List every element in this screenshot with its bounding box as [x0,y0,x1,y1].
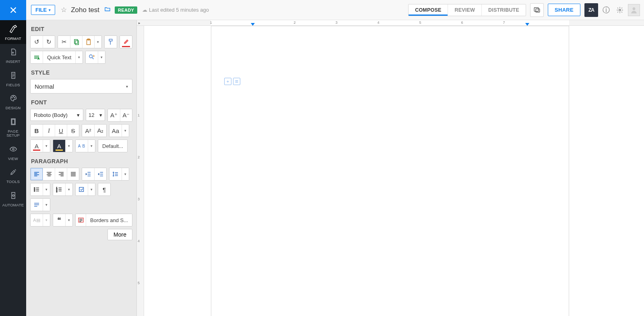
rail-tools[interactable]: TOOLS [0,164,26,187]
folder-icon[interactable] [104,6,111,14]
indent-decrease-button[interactable] [94,168,106,180]
add-block-icon[interactable]: + [224,78,231,85]
tab-distribute[interactable]: DISTRIBUTE [481,4,526,16]
bullet-list-button[interactable] [31,183,43,195]
svg-point-17 [34,187,35,188]
page[interactable]: + [211,26,569,316]
font-default-button[interactable]: Default... [98,140,127,152]
character-spacing-button[interactable]: A B [76,140,88,152]
borders-shading-button[interactable]: Borders and S... [86,214,132,226]
strikethrough-button[interactable]: S [67,125,79,137]
checklist-button[interactable] [76,183,88,195]
page-content-handles[interactable]: + [224,78,240,85]
text-direction-dropdown[interactable]: ▾ [43,199,50,211]
rail-view[interactable]: VIEW [0,141,26,164]
svg-point-18 [34,189,35,190]
rail-fields[interactable]: FIELDS [0,67,26,90]
borders-shading-icon[interactable] [76,214,86,226]
user-avatar[interactable] [628,4,640,16]
numbered-list-button[interactable]: 123 [53,183,65,195]
tab-compose[interactable]: COMPOSE [409,4,448,16]
workflow-mode-tabs: COMPOSE REVIEW DISTRIBUTE [408,4,526,16]
paragraph-shading-dropdown[interactable]: ▾ [43,214,50,226]
highlight-color-button[interactable]: A [53,140,65,152]
format-panel: EDIT ↺ ↻ ✂ ▾ [26,20,137,316]
align-center-button[interactable] [43,168,55,180]
cut-button[interactable]: ✂ [58,36,70,48]
rail-format[interactable]: FORMAT [0,20,26,44]
text-direction-button[interactable] [31,199,43,211]
blockquote-dropdown[interactable]: ▾ [65,214,72,226]
align-justify-button[interactable] [67,168,79,180]
vertical-ruler[interactable]: 1 2 3 4 5 [137,26,144,316]
indent-increase-button[interactable] [82,168,94,180]
tab-stop-icon[interactable]: ▸ [138,21,140,25]
insert-icon [9,48,17,58]
rail-page-setup[interactable]: PAGE SETUP [0,114,26,141]
quick-text-dropdown[interactable]: ▾ [75,51,83,63]
align-left-button[interactable] [31,168,43,180]
tab-review[interactable]: REVIEW [448,4,481,16]
rail-automate[interactable]: AUTOMATE [0,187,26,210]
highlight-color-dropdown[interactable]: ▾ [65,140,72,152]
quick-text-icon[interactable] [31,51,43,63]
find-replace-dropdown[interactable]: ▾ [98,51,105,63]
document-title[interactable]: Zoho test [71,6,99,14]
format-painter-button[interactable] [105,36,117,48]
horizontal-ruler[interactable]: 1 2 3 4 5 6 7 [211,20,569,26]
paste-options-dropdown[interactable]: ▾ [94,36,101,48]
superscript-button[interactable]: A² [82,125,94,137]
numbered-list-dropdown[interactable]: ▾ [65,183,72,195]
paragraph-marks-button[interactable]: ¶ [98,183,110,195]
italic-button[interactable]: I [43,125,55,137]
paragraph-shading-button[interactable]: A▤ [31,214,43,226]
paste-button[interactable] [82,36,94,48]
font-color-button[interactable]: A [31,140,43,152]
cloud-sync-icon: ☁ [142,7,147,13]
redo-button[interactable]: ↻ [43,36,55,48]
change-case-dropdown[interactable]: ▾ [122,125,129,137]
copy-button[interactable] [70,36,82,48]
font-family-select[interactable]: Roboto (Body) ▾ [30,109,83,121]
info-icon[interactable]: ⓘ [601,4,612,16]
clear-formatting-button[interactable] [120,36,132,48]
blockquote-button[interactable]: ❝ [53,214,65,226]
svg-point-3 [633,7,636,10]
comments-icon[interactable] [530,3,544,17]
line-spacing-dropdown[interactable]: ▾ [122,168,129,180]
chevron-down-icon: ▾ [126,84,128,89]
undo-button[interactable]: ↺ [31,36,43,48]
document-canvas[interactable]: ▸ 1 2 3 4 5 1 2 3 4 5 6 7 [137,20,644,316]
settings-gear-icon[interactable] [614,4,625,16]
rail-insert[interactable]: INSERT [0,44,26,67]
bold-button[interactable]: B [31,125,43,137]
svg-point-9 [12,148,14,150]
svg-point-4 [11,98,12,98]
font-shrink-button[interactable]: A⁻ [120,109,132,121]
find-replace-button[interactable] [86,51,98,63]
file-menu-button[interactable]: FILE ▾ [31,5,55,15]
block-menu-icon[interactable] [233,78,240,85]
font-color-dropdown[interactable]: ▾ [43,140,50,152]
character-spacing-dropdown[interactable]: ▾ [88,140,95,152]
font-size-select[interactable]: 12 ▾ [86,109,105,121]
bullet-list-dropdown[interactable]: ▾ [43,183,50,195]
chevron-down-icon: ▾ [99,112,102,118]
change-case-button[interactable]: Aa [109,125,122,137]
underline-button[interactable]: U [55,125,67,137]
paragraph-style-select[interactable]: Normal ▾ [30,79,132,94]
zia-assistant-button[interactable]: ZA [584,3,598,17]
checklist-dropdown[interactable]: ▾ [88,183,95,195]
svg-text:3: 3 [56,190,58,193]
status-badge: READY [115,6,137,14]
share-button[interactable]: SHARE [548,4,580,16]
line-spacing-button[interactable] [109,168,122,180]
quick-text-button[interactable]: Quick Text [43,51,75,63]
align-right-button[interactable] [55,168,67,180]
paragraph-more-button[interactable]: More [107,229,132,240]
app-logo[interactable] [0,0,26,20]
subscript-button[interactable]: A₂ [94,125,106,137]
font-grow-button[interactable]: A⁺ [108,109,120,121]
rail-design[interactable]: DESIGN [0,90,26,113]
favorite-star-icon[interactable]: ☆ [61,6,67,14]
